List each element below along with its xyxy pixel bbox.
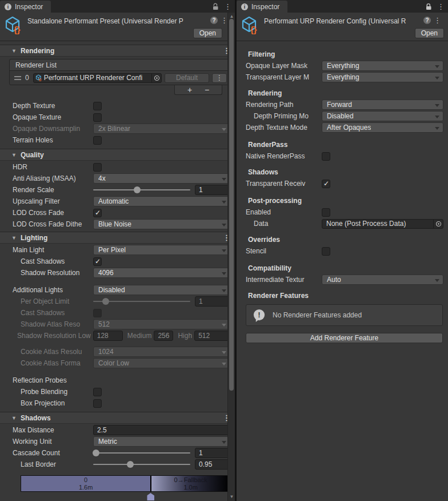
open-button[interactable]: Open: [193, 28, 222, 38]
cascade-count-slider[interactable]: [93, 448, 190, 458]
depth-priming-mode-dropdown[interactable]: Disabled: [322, 111, 443, 121]
row-depth-texture: Depth Texture: [0, 101, 230, 111]
additional-lights-dropdown[interactable]: Disabled: [93, 285, 230, 295]
row-transparent-layer-mask: Transparent Layer M Everything: [237, 72, 443, 82]
row-cookie-atlas-resolution: Cookie Atlas Resolu 1024: [0, 347, 230, 357]
slider-knob[interactable]: [134, 186, 141, 193]
header-post-processing: Post-processing: [237, 196, 448, 206]
render-scale-value[interactable]: 1: [195, 185, 230, 195]
panel-kebab-icon[interactable]: ⋮: [437, 3, 445, 10]
row-cookie-atlas-format: Cookie Atlas Forma Color Low: [0, 358, 230, 368]
svg-text:{}: {}: [14, 25, 21, 34]
inspector-panel-renderer-config: i Inspector ⋮ {} Performant URP Renderer…: [237, 0, 448, 501]
tab-label: Inspector: [251, 3, 279, 11]
opaque-texture-checkbox[interactable]: [93, 113, 102, 122]
help-icon[interactable]: ?: [423, 17, 431, 24]
row-additional-cast-shadows: Cast Shadows: [0, 308, 230, 318]
msaa-dropdown[interactable]: 4x: [93, 173, 230, 184]
remove-renderer-button[interactable]: −: [205, 86, 209, 94]
foldout-icon: ▼: [11, 152, 17, 158]
row-msaa: Anti Aliasing (MSAA) 4x: [0, 173, 230, 184]
section-quality[interactable]: ▼ Quality: [0, 149, 235, 161]
tab-inspector[interactable]: i Inspector: [0, 1, 51, 13]
shadow-res-high-field: 512: [194, 331, 230, 341]
tab-inspector[interactable]: i Inspector: [237, 1, 287, 13]
postproc-enabled-checkbox[interactable]: [322, 208, 330, 217]
opaque-downsampling-dropdown: 2x Bilinear: [93, 124, 230, 134]
row-probe-blending: Probe Blending: [0, 387, 230, 397]
object-picker-icon[interactable]: [433, 220, 443, 228]
section-shadows[interactable]: ▼ Shadows ⋮: [0, 412, 235, 424]
rendering-path-dropdown[interactable]: Forward: [322, 100, 443, 110]
row-lod-dither: LOD Cross Fade Dithe Blue Noise: [0, 219, 230, 229]
row-cast-shadows: Cast Shadows: [0, 256, 230, 267]
lod-cross-fade-checkbox[interactable]: [93, 209, 102, 217]
cascade-count-value[interactable]: 1: [195, 448, 230, 458]
scroll-down-icon[interactable]: ▼: [228, 494, 235, 500]
max-distance-field[interactable]: 2.5: [93, 425, 230, 435]
section-lighting[interactable]: ▼ Lighting ⋮: [0, 232, 235, 244]
per-object-limit-slider: [93, 296, 190, 307]
renderer-list-header: Renderer List: [10, 59, 230, 71]
list-item-kebab-icon[interactable]: ⋮: [212, 73, 227, 83]
cascade-segment-0: 0 1.6m: [21, 476, 150, 491]
renderer-object-field[interactable]: {} Performant URP Renderer Confi: [33, 73, 162, 83]
transparent-receive-checkbox[interactable]: [322, 180, 330, 188]
shadow-res-medium-field: 256: [154, 331, 173, 341]
cascade-split-handle[interactable]: [147, 493, 154, 500]
row-depth-texture-mode: Depth Texture Mode After Opaques: [237, 122, 443, 133]
empty-message: No Renderer Features added: [273, 311, 362, 319]
render-scale-slider[interactable]: [93, 185, 190, 195]
scrollbar-thumb[interactable]: [229, 19, 234, 391]
row-shadow-atlas: Shadow Atlas Reso 512: [0, 319, 230, 329]
working-unit-dropdown[interactable]: Metric: [93, 436, 230, 447]
renderer-asset-icon: {}: [35, 74, 42, 81]
shadow-resolution-dropdown[interactable]: 4096: [93, 268, 230, 278]
stencil-checkbox[interactable]: [322, 247, 330, 256]
row-native-renderpass: Native RenderPass: [237, 151, 443, 161]
section-rendering[interactable]: ▼ Rendering ⋮: [0, 45, 235, 57]
upscaling-filter-dropdown[interactable]: Automatic: [93, 196, 230, 206]
probe-blending-checkbox[interactable]: [93, 388, 102, 396]
help-icon[interactable]: ?: [210, 17, 218, 24]
hdr-checkbox[interactable]: [93, 163, 102, 172]
list-index: 0: [25, 74, 29, 82]
box-projection-checkbox[interactable]: [93, 399, 102, 408]
row-working-unit: Working Unit Metric: [0, 436, 230, 447]
transparent-layer-mask-dropdown[interactable]: Everything: [322, 72, 443, 82]
preset-asset-icon: {}: [4, 15, 23, 35]
slider-knob[interactable]: [93, 450, 99, 456]
terrain-holes-checkbox[interactable]: [93, 136, 102, 145]
additional-cast-shadows-checkbox: [93, 309, 102, 317]
unlock-icon[interactable]: [212, 3, 219, 10]
depth-texture-mode-dropdown[interactable]: After Opaques: [322, 122, 443, 133]
per-object-limit-value: 1: [195, 296, 230, 307]
object-name: Performant URP Renderer Confi: [44, 74, 150, 82]
intermediate-texture-dropdown[interactable]: Auto: [322, 275, 443, 285]
depth-texture-checkbox[interactable]: [93, 102, 102, 110]
header-shadows: Shadows: [237, 167, 448, 177]
postproc-data-object-field[interactable]: None (Post Process Data): [322, 219, 443, 229]
header-renderer-features: Renderer Features: [237, 291, 448, 301]
lock-icon[interactable]: [425, 3, 432, 10]
drag-handle-icon[interactable]: [14, 76, 21, 80]
shadow-atlas-dropdown: 512: [93, 319, 230, 329]
main-light-dropdown[interactable]: Per Pixel: [93, 245, 230, 255]
add-renderer-feature-button[interactable]: Add Renderer Feature: [246, 333, 443, 343]
lod-dither-dropdown[interactable]: Blue Noise: [93, 219, 230, 229]
panel-kebab-icon[interactable]: ⋮: [224, 3, 231, 10]
row-shadow-res-tiers: Shadow Resolution Low 128 Medium 256 Hig…: [0, 331, 230, 341]
last-border-slider[interactable]: [93, 459, 190, 470]
foldout-icon: ▼: [11, 48, 17, 54]
last-border-value[interactable]: 0.95: [195, 459, 230, 470]
add-renderer-button[interactable]: +: [187, 86, 192, 94]
header-kebab-icon[interactable]: ⋮: [434, 17, 441, 24]
object-picker-icon[interactable]: [151, 74, 161, 82]
native-renderpass-checkbox[interactable]: [322, 152, 330, 161]
open-button[interactable]: Open: [415, 28, 444, 38]
opaque-layer-mask-dropdown[interactable]: Everything: [322, 61, 443, 71]
cast-shadows-checkbox[interactable]: [93, 257, 102, 266]
row-intermediate-texture: Intermediate Textur Auto: [237, 275, 443, 285]
row-transparent-receive: Transparent Receiv: [237, 178, 443, 189]
slider-knob[interactable]: [127, 461, 134, 468]
